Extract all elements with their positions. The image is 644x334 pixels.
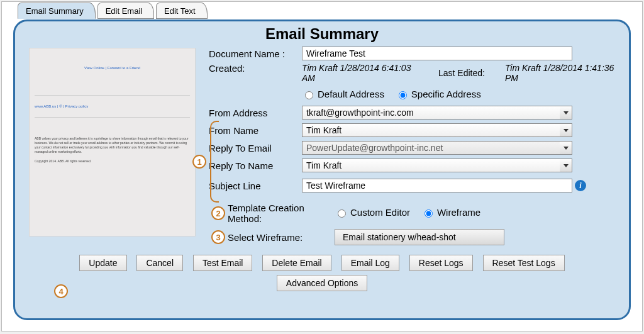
caret-icon <box>564 129 569 132</box>
radio-custom-editor[interactable]: Custom Editor <box>335 207 410 218</box>
radio-specific-label: Specific Address <box>411 89 481 99</box>
subject-label: Subject Line <box>209 181 302 191</box>
summary-panel: Email Summary View Online | Forward to a… <box>13 19 631 320</box>
advanced-options-button[interactable]: Advanced Options <box>277 275 367 291</box>
thumb-midline: www.ABB.us | © | Privacy policy <box>35 95 190 118</box>
select-wireframe-label: Select Wireframe: <box>228 232 309 243</box>
reply-name-input[interactable] <box>302 159 572 172</box>
test-email-button[interactable]: Test Email <box>193 255 253 271</box>
reset-logs-button[interactable]: Reset Logs <box>409 255 473 271</box>
tab-strip: Email Summary Edit Email Edit Text <box>2 2 642 19</box>
reply-email-combo[interactable] <box>302 141 572 155</box>
from-address-label: From Address <box>209 108 302 118</box>
thumb-copyright: Copyright 2014. ABB. All rights reserved… <box>35 159 190 164</box>
radio-default-address[interactable]: Default Address <box>302 89 384 99</box>
action-buttons: Update Cancel Test Email Delete Email Em… <box>29 253 615 293</box>
tab-edit-text[interactable]: Edit Text <box>156 3 208 19</box>
from-name-label: From Name <box>209 125 302 136</box>
doc-name-input[interactable] <box>302 47 572 60</box>
radio-specific-address[interactable]: Specific Address <box>396 89 481 99</box>
template-method-label: Template Creation Method: <box>228 203 309 224</box>
created-value: Tim Kraft 1/28/2014 6:41:03 AM <box>302 63 418 83</box>
subject-input[interactable] <box>302 179 572 192</box>
tab-email-summary[interactable]: Email Summary <box>18 3 96 19</box>
from-address-dropdown[interactable] <box>560 106 572 120</box>
callout-1-bracket <box>210 121 219 203</box>
from-address-combo[interactable] <box>302 106 572 120</box>
created-label: Created: <box>209 63 302 74</box>
update-button[interactable]: Update <box>79 255 126 271</box>
info-icon[interactable]: i <box>575 180 586 191</box>
doc-name-label: Document Name : <box>209 48 302 59</box>
reply-email-dropdown[interactable] <box>560 141 572 155</box>
reply-name-dropdown[interactable] <box>560 159 572 172</box>
callout-3: 3 <box>211 230 225 244</box>
radio-wireframe[interactable]: Wireframe <box>421 207 480 218</box>
select-wireframe-button[interactable]: Email stationery w/head-shot <box>335 229 504 245</box>
radio-default-label: Default Address <box>318 89 384 99</box>
from-name-dropdown[interactable] <box>560 123 572 137</box>
reply-name-combo[interactable] <box>302 159 572 172</box>
callout-4: 4 <box>54 284 68 298</box>
delete-email-button[interactable]: Delete Email <box>262 255 331 271</box>
email-thumbnail: View Online | Forward to a Friend www.AB… <box>29 48 196 237</box>
summary-form: Document Name : Created: Tim Kraft 1/28/… <box>205 45 615 247</box>
page-title: Email Summary <box>29 25 615 43</box>
caret-icon <box>564 147 569 150</box>
from-name-input[interactable] <box>302 123 572 137</box>
from-name-combo[interactable] <box>302 123 572 137</box>
lastedited-label: Last Edited: <box>438 68 485 78</box>
from-address-input[interactable] <box>302 106 572 120</box>
cancel-button[interactable]: Cancel <box>136 255 183 271</box>
email-log-button[interactable]: Email Log <box>341 255 399 271</box>
thumb-topline: View Online | Forward to a Friend <box>35 66 190 70</box>
reply-name-label: Reply To Name <box>209 160 302 171</box>
radio-wireframe-label: Wireframe <box>437 207 480 218</box>
lastedited-value: Tim Kraft 1/28/2014 1:41:36 PM <box>505 63 615 83</box>
caret-icon <box>564 164 569 167</box>
tab-edit-email[interactable]: Edit Email <box>97 3 155 19</box>
thumb-finetext: ABB values your privacy and believes it … <box>35 136 190 154</box>
reset-test-logs-button[interactable]: Reset Test Logs <box>483 255 565 271</box>
callout-1: 1 <box>192 155 206 169</box>
radio-custom-label: Custom Editor <box>350 207 410 218</box>
reply-email-input[interactable] <box>302 141 572 155</box>
callout-2: 2 <box>211 206 225 220</box>
reply-email-label: Reply To Email <box>209 143 302 153</box>
caret-icon <box>564 111 569 114</box>
